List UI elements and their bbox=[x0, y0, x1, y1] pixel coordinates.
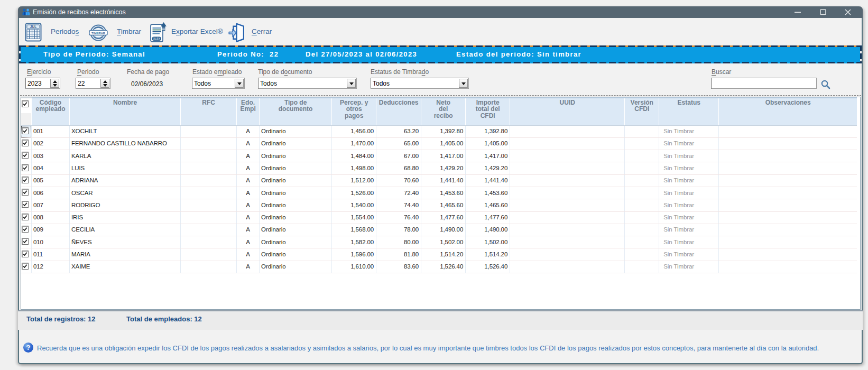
svg-text:JUL: JUL bbox=[30, 25, 36, 29]
svg-text:TIMBRAR: TIMBRAR bbox=[91, 32, 105, 35]
svg-text:XLSX: XLSX bbox=[153, 37, 161, 40]
